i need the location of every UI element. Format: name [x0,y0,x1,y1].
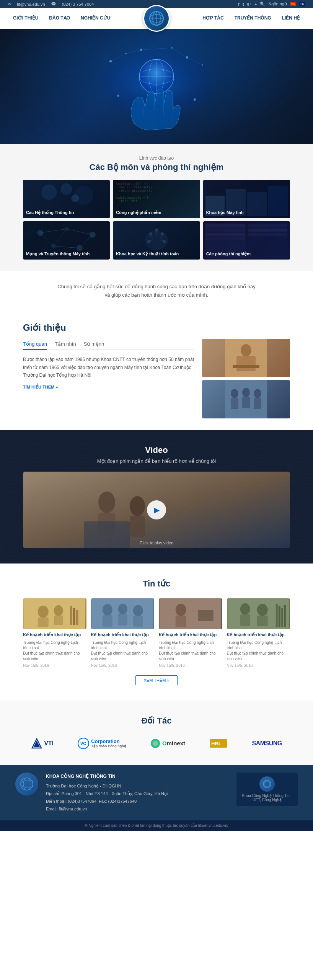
xem-them-button[interactable]: XEM THÊM » [135,675,177,685]
news-item-4[interactable]: Kế hoạch triển khai thực tập Trường Đại … [227,598,290,667]
bomon-overlay-4: Mạng và Truyền thông Máy tính [23,221,110,260]
svg-point-60 [231,389,238,398]
partner-vc[interactable]: VC Corporation Tập đoàn Công nghệ [77,737,126,750]
svg-point-114 [21,781,33,787]
bomon-grid: Các Hệ thống Thông tin function init() {… [23,180,290,260]
bomon-item-5[interactable]: Khoa học và Kỹ thuật tính toán [113,221,200,260]
partner-samsung[interactable]: SAMSUNG [252,740,282,747]
quote-text: Chúng tôi sẽ cố gắng hết sức để đồng hàn… [23,283,290,299]
news-item-3[interactable]: Kế hoạch triển khai thực tập Trường Đại … [159,598,222,667]
bomon-label-5: Khoa học và Kỹ thuật tính toán [116,251,179,256]
svg-rect-61 [231,398,238,409]
nav-item-nghien-cuu[interactable]: NGHIÊN CỨU [75,8,116,29]
news-desc-1: Trường Đại học Công nghệ Lịch trình khai… [23,640,86,662]
svg-point-86 [133,605,143,616]
facebook-icon[interactable]: f [238,2,240,7]
bomon-label-2: Công nghệ phần mềm [116,210,161,215]
svg-rect-65 [254,398,261,409]
gioi-thieu-section: Giới thiệu Tổng quan Tầm nhìn Sứ mệnh Đư… [0,311,313,430]
linh-vuc-section: Lĩnh vực đào tạo Các Bộ môn và phòng thí… [0,144,313,271]
svg-rect-78 [70,606,72,625]
news-item-1[interactable]: Kế hoạch triển khai thực tập Trường Đại … [23,598,86,667]
nav-item-gioi-thieu[interactable]: GIỚI THIỆU [8,8,44,29]
copyright-text: ® Nghiêm cấm sao chép & phát tán nội dun… [85,823,228,828]
svg-rect-97 [240,614,250,626]
nav-item-dao-tao[interactable]: ĐÀO TẠO [44,8,75,29]
svg-rect-87 [133,616,143,627]
svg-rect-103 [284,605,285,627]
news-date-1: Nov 15/5, 2016 [23,663,86,668]
bomon-item-6[interactable]: Các phòng thí nghiệm [203,221,290,260]
partners-row: VTI VC Corporation Tập đoàn Công nghệ Om… [23,737,290,750]
tab-su-menh[interactable]: Sứ mệnh [84,339,104,350]
svg-rect-72 [84,521,130,548]
contact-info: ✉ fit@vnu.edu.vn ☎ (024) 3 754 7064 [8,2,94,7]
bomon-item-4[interactable]: Mạng và Truyền thông Máy tính [23,221,110,260]
svg-rect-63 [242,397,250,408]
flag-en[interactable]: EN [299,2,305,6]
svg-rect-77 [54,616,63,625]
svg-rect-58 [233,365,259,368]
play-button[interactable] [147,500,166,519]
footer-phone: Điện thoại: (024)37547064; Fax: (024)375… [46,798,168,805]
footer-email: Email: fit@vnu.edu.vn [46,805,168,813]
bomon-item-1[interactable]: Các Hệ thống Thông tin [23,180,110,218]
footer-org-name: KHOA CÔNG NGHỆ THÔNG TIN [46,773,168,781]
svg-point-113 [23,778,30,790]
play-icon [154,505,160,514]
rss-icon[interactable]: + [254,2,257,7]
news-date-4: Nov 15/5, 2016 [227,663,290,668]
student-image-1 [202,339,290,377]
svg-point-96 [240,603,250,615]
svg-point-116 [265,780,269,788]
tim-hieu-them-link[interactable]: TÌM HIỂU THÊM » [23,385,194,390]
doi-tac-section: Đối Tác VTI VC Corporation Tập đoàn Công… [0,701,313,765]
news-image-2 [91,598,155,629]
bomon-item-2[interactable]: function init() { var x = data.get(); re… [113,180,200,218]
news-title-2: Kế hoạch triển khai thực tập [91,632,155,638]
svg-point-30 [61,183,72,195]
video-player[interactable]: Click to play video [23,472,290,548]
svg-point-32 [71,194,79,202]
svg-rect-85 [118,614,127,626]
linh-vuc-subtitle: Lĩnh vực đào tạo [23,155,290,161]
site-logo[interactable] [143,5,170,32]
search-icon[interactable]: 🔍 [260,2,265,7]
news-image-1 [23,598,86,629]
quote-section: Chúng tôi sẽ cố gắng hết sức để đồng hàn… [0,271,313,311]
flag-vn[interactable]: VN [290,2,296,6]
bomon-label-4: Mạng và Truyền thông Máy tính [26,251,90,256]
news-item-2[interactable]: Kế hoạch triển khai thực tập Trường Đại … [91,598,155,667]
svg-rect-93 [199,612,210,613]
tin-tuc-section: Tin tức Kế hoạch triển khai thực tập Trư… [0,564,313,700]
googleplus-icon[interactable]: g+ [247,2,251,6]
svg-point-74 [38,606,49,618]
phone-link[interactable]: (024) 3 754 7064 [62,2,94,7]
top-bar-right: f t g+ + 🔍 Ngôn ngữ VN EN [238,2,305,7]
nav-item-truyen-thong[interactable]: TRUYỀN THÔNG [229,8,277,29]
news-image-4 [227,598,290,629]
svg-rect-90 [176,616,186,627]
partner-vti[interactable]: VTI [31,738,54,749]
svg-rect-94 [199,614,212,615]
partner-hbl[interactable]: HBL [209,738,228,749]
partner-ominext[interactable]: Ominext [150,738,185,749]
news-grid: Kế hoạch triển khai thực tập Trường Đại … [23,598,290,667]
gioi-thieu-tabs: Tổng quan Tầm nhìn Sứ mệnh [23,339,194,350]
tab-tam-nhin[interactable]: Tầm nhìn [55,339,76,350]
bomon-overlay-5: Khoa học và Kỹ thuật tính toán [113,221,200,260]
svg-rect-57 [236,356,256,371]
email-link[interactable]: fit@vnu.edu.vn [17,2,45,7]
svg-point-62 [242,388,250,397]
nav-item-lien-he[interactable]: LIÊN HỆ [277,8,305,29]
nav-item-hop-tac[interactable]: HỢP TÁC [197,8,229,29]
student-image-2 [202,380,290,418]
tab-tong-quan[interactable]: Tổng quan [23,339,47,350]
twitter-icon[interactable]: t [243,2,244,7]
bomon-item-3[interactable]: Khoa học Máy tính [203,180,290,218]
footer-right-box: Khoa Công Nghệ Thông Tin - UET, Công Ngh… [236,773,298,806]
video-subtitle: Một đoạn phim ngắn để bạn hiểu rõ hơn về… [23,458,290,464]
news-date-2: Nov 15/5, 2016 [91,663,155,668]
svg-rect-83 [102,615,112,627]
bomon-label-3: Khoa học Máy tính [206,210,244,215]
